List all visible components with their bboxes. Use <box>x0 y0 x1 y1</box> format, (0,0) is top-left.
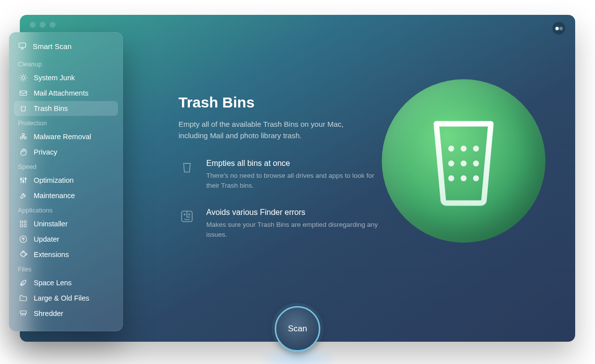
svg-point-20 <box>189 214 190 215</box>
traffic-zoom[interactable] <box>50 22 56 28</box>
section-label-applications: Applications <box>13 204 119 216</box>
trash-icon <box>19 104 28 113</box>
traffic-close[interactable] <box>30 22 36 28</box>
svg-point-19 <box>184 214 185 215</box>
account-badge[interactable] <box>552 22 565 35</box>
blocks-icon <box>19 219 28 228</box>
shredder-icon <box>19 309 28 318</box>
svg-point-8 <box>23 181 24 182</box>
scan-button-label: Scan <box>288 324 307 334</box>
svg-point-16 <box>26 254 27 255</box>
leaf-icon <box>19 278 28 287</box>
scan-button-wrap: Scan <box>260 306 335 364</box>
svg-point-26 <box>473 160 479 166</box>
sidebar-item-label: Mail Attachments <box>34 89 88 97</box>
sidebar-item-optimization[interactable]: Optimization <box>14 173 118 188</box>
svg-point-21 <box>448 146 454 152</box>
sidebar: Smart Scan Cleanup System Junk Mail Atta… <box>9 32 123 331</box>
sidebar-item-large-old-files[interactable]: Large & Old Files <box>14 291 118 306</box>
sidebar-item-malware-removal[interactable]: Malware Removal <box>14 129 118 144</box>
svg-rect-12 <box>20 225 23 227</box>
scan-button[interactable]: Scan <box>275 306 320 352</box>
window-controls <box>30 22 56 28</box>
sidebar-item-label: Privacy <box>34 148 58 156</box>
biohazard-icon <box>19 132 28 141</box>
app-window: Smart Scan Cleanup System Junk Mail Atta… <box>20 15 575 342</box>
finder-face-icon <box>178 208 195 225</box>
svg-point-7 <box>20 178 22 180</box>
monitor-icon <box>18 41 27 52</box>
section-label-files: Files <box>13 262 119 275</box>
trash-large-icon <box>426 114 501 208</box>
svg-rect-10 <box>20 221 23 223</box>
envelope-icon <box>19 89 28 98</box>
svg-point-27 <box>448 175 454 181</box>
sidebar-item-label: Malware Removal <box>34 133 91 141</box>
section-label-cleanup: Cleanup <box>13 57 119 70</box>
sidebar-item-label: System Junk <box>34 74 75 82</box>
sliders-icon <box>19 176 28 185</box>
sidebar-item-uninstaller[interactable]: Uninstaller <box>14 216 118 231</box>
feature-desc: There's no need to browse all drives and… <box>206 171 387 190</box>
sidebar-item-label: Shredder <box>34 310 63 317</box>
svg-point-25 <box>461 160 467 166</box>
trash-outline-icon <box>178 159 195 176</box>
svg-point-9 <box>25 178 26 180</box>
sidebar-item-updater[interactable]: Updater <box>14 232 118 247</box>
svg-point-5 <box>20 137 23 139</box>
svg-rect-11 <box>24 221 27 223</box>
sidebar-item-mail-attachments[interactable]: Mail Attachments <box>14 86 118 101</box>
svg-rect-13 <box>24 225 27 227</box>
sidebar-item-extensions[interactable]: Extensions <box>14 247 118 262</box>
section-label-speed: Speed <box>13 160 119 172</box>
sidebar-item-system-junk[interactable]: System Junk <box>14 70 118 85</box>
feature-row-empties-all: Empties all bins at once There's no need… <box>178 159 387 190</box>
feature-title: Avoids various Finder errors <box>206 208 387 217</box>
sidebar-item-label: Trash Bins <box>34 104 68 112</box>
sidebar-item-label: Uninstaller <box>34 220 68 228</box>
sidebar-item-label: Updater <box>34 235 60 243</box>
hero-circle <box>382 79 545 243</box>
svg-point-29 <box>473 175 479 181</box>
svg-rect-0 <box>19 43 26 48</box>
sidebar-item-label: Extensions <box>34 251 69 259</box>
hand-icon <box>19 148 28 156</box>
svg-rect-2 <box>20 91 27 96</box>
arrow-up-circle-icon <box>19 235 28 244</box>
page-subtitle: Empty all of the available Trash Bins on… <box>178 119 372 141</box>
folder-icon <box>19 294 28 303</box>
gear-spark-icon <box>19 73 28 82</box>
svg-point-22 <box>461 146 467 152</box>
svg-point-23 <box>473 146 479 152</box>
svg-point-1 <box>22 76 25 79</box>
hero-illustration <box>382 79 545 243</box>
sidebar-smart-scan[interactable]: Smart Scan <box>13 39 119 57</box>
feature-desc: Makes sure your Trash Bins are emptied d… <box>206 220 387 239</box>
svg-rect-17 <box>20 311 26 313</box>
sidebar-item-label: Maintenance <box>34 192 75 200</box>
sidebar-item-space-lens[interactable]: Space Lens <box>14 275 118 290</box>
svg-point-6 <box>24 137 27 139</box>
sidebar-smart-scan-label: Smart Scan <box>33 42 71 51</box>
badge-dots-icon <box>555 27 559 30</box>
sidebar-item-maintenance[interactable]: Maintenance <box>14 188 118 203</box>
sidebar-item-label: Optimization <box>34 176 74 184</box>
wrench-icon <box>19 191 28 200</box>
feature-row-avoids-errors: Avoids various Finder errors Makes sure … <box>178 208 387 239</box>
sidebar-item-shredder[interactable]: Shredder <box>14 306 118 321</box>
sidebar-item-label: Space Lens <box>34 279 72 287</box>
puzzle-icon <box>19 250 28 259</box>
svg-point-24 <box>448 160 454 166</box>
feature-title: Empties all bins at once <box>206 159 387 168</box>
sidebar-item-label: Large & Old Files <box>34 294 89 302</box>
svg-point-3 <box>23 136 24 138</box>
svg-point-4 <box>22 133 25 136</box>
traffic-minimize[interactable] <box>40 22 46 28</box>
section-label-protection: Protection <box>13 116 119 129</box>
sidebar-item-trash-bins[interactable]: Trash Bins <box>14 101 118 116</box>
svg-point-28 <box>461 175 467 181</box>
sidebar-item-privacy[interactable]: Privacy <box>14 145 118 159</box>
